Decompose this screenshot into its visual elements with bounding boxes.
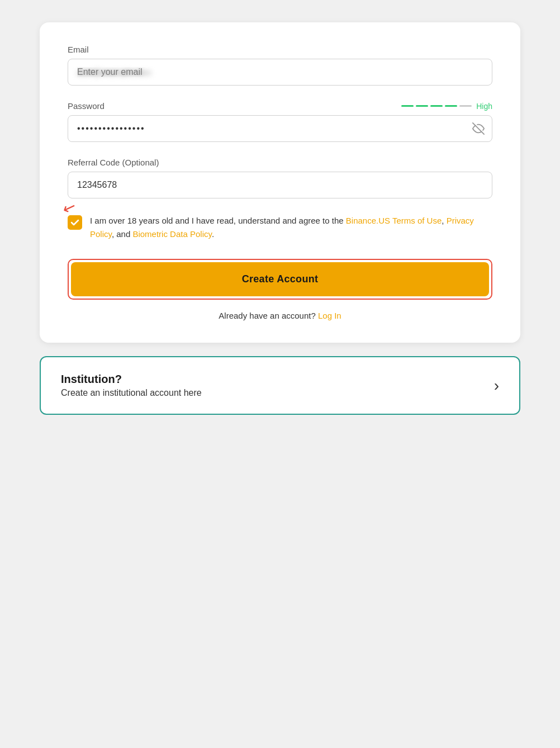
- terms-text: I am over 18 years old and I have read, …: [90, 214, 492, 241]
- terms-of-use-link[interactable]: Binance.US Terms of Use: [346, 216, 442, 225]
- terms-text-period: .: [212, 229, 214, 239]
- strength-label: High: [476, 102, 492, 111]
- terms-text-comma: ,: [442, 216, 446, 225]
- email-input[interactable]: [68, 59, 492, 86]
- dash-1: [401, 105, 414, 107]
- institution-subtext: Create an institutional account here: [61, 388, 202, 398]
- terms-checkbox-row: ↙ I am over 18 years old and I have read…: [68, 214, 492, 241]
- password-label: Password: [68, 101, 105, 111]
- password-label-row: Password High: [68, 101, 492, 111]
- dash-5: [459, 105, 472, 107]
- login-link[interactable]: Log In: [318, 311, 341, 320]
- terms-text-and: , and: [112, 229, 133, 239]
- institution-heading: Institution?: [61, 373, 202, 386]
- toggle-password-button[interactable]: [472, 122, 485, 135]
- referral-field-group: Referral Code (Optional): [68, 158, 492, 198]
- password-input-wrapper: [68, 115, 492, 142]
- login-row: Already have an account? Log In: [68, 311, 492, 320]
- email-label: Email: [68, 45, 492, 54]
- biometric-policy-link[interactable]: Biometric Data Policy: [132, 229, 211, 239]
- create-account-button[interactable]: Create Account: [71, 262, 489, 296]
- password-strength-wrapper: High: [401, 102, 492, 111]
- strength-dashes: [401, 105, 472, 107]
- password-field-group: Password High: [68, 101, 492, 142]
- email-input-wrapper: user@example.com: [68, 59, 492, 86]
- chevron-right-icon: ›: [494, 377, 499, 395]
- dash-2: [416, 105, 428, 107]
- create-account-btn-wrapper: Create Account: [68, 259, 492, 300]
- institution-text: Institution? Create an institutional acc…: [61, 373, 202, 398]
- login-text: Already have an account?: [219, 311, 315, 320]
- institution-card[interactable]: Institution? Create an institutional acc…: [40, 356, 520, 415]
- registration-card: Email user@example.com Password High: [40, 22, 520, 343]
- referral-input-wrapper: [68, 172, 492, 198]
- dash-3: [430, 105, 443, 107]
- referral-input[interactable]: [68, 172, 492, 198]
- password-input[interactable]: [68, 115, 492, 142]
- referral-label: Referral Code (Optional): [68, 158, 492, 167]
- email-field-group: Email user@example.com: [68, 45, 492, 86]
- checkbox-wrapper: ↙: [68, 214, 82, 230]
- terms-text-before: I am over 18 years old and I have read, …: [90, 216, 346, 225]
- dash-4: [445, 105, 457, 107]
